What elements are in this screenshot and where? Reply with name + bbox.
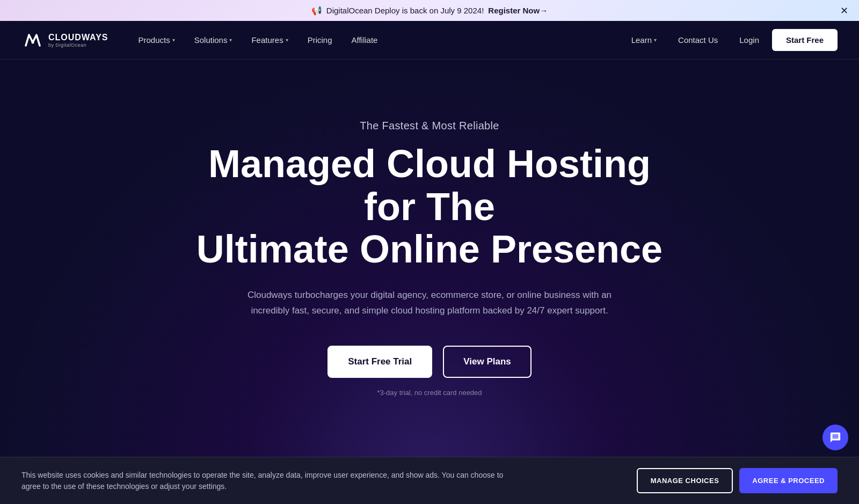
logo-text: CLOUDWAYS by DigitalOcean <box>48 33 108 48</box>
announcement-icon: 📢 <box>311 5 322 16</box>
svg-point-0 <box>32 41 34 43</box>
announcement-text: DigitalOcean Deploy is back on July 9 20… <box>326 6 484 15</box>
logo-icon <box>21 31 44 50</box>
nav-solutions[interactable]: Solutions ▾ <box>186 31 241 49</box>
hero-title-line2: Ultimate Online Presence <box>196 228 663 271</box>
solutions-label: Solutions <box>194 35 228 45</box>
hero-buttons: Start Free Trial View Plans <box>327 346 532 378</box>
announcement-cta[interactable]: Register Now→ <box>488 6 548 15</box>
hero-title: Managed Cloud Hosting for The Ultimate O… <box>188 143 671 271</box>
logo-name: CLOUDWAYS <box>48 33 108 42</box>
announcement-close-button[interactable]: ✕ <box>840 5 848 17</box>
features-chevron: ▾ <box>286 37 288 43</box>
announcement-bar: 📢 DigitalOcean Deploy is back on July 9 … <box>0 0 859 21</box>
products-chevron: ▾ <box>172 37 175 43</box>
pricing-label: Pricing <box>308 35 332 45</box>
nav-contact[interactable]: Contact Us <box>669 31 726 49</box>
logo[interactable]: CLOUDWAYS by DigitalOcean <box>21 31 108 50</box>
start-trial-button[interactable]: Start Free Trial <box>327 346 432 378</box>
nav-features[interactable]: Features ▾ <box>243 31 296 49</box>
solutions-chevron: ▾ <box>229 37 232 43</box>
cookie-buttons: MANAGE CHOICES AGREE & PROCEED <box>637 468 838 493</box>
start-free-button[interactable]: Start Free <box>772 29 838 51</box>
view-plans-button[interactable]: View Plans <box>443 346 532 378</box>
affiliate-label: Affiliate <box>352 35 378 45</box>
hero-title-line1: Managed Cloud Hosting for The <box>208 142 651 228</box>
nav-affiliate[interactable]: Affiliate <box>343 31 387 49</box>
cookie-text: This website uses cookies and similar te… <box>21 470 505 492</box>
learn-chevron: ▾ <box>654 37 657 43</box>
cookie-banner: This website uses cookies and similar te… <box>0 457 859 504</box>
chat-icon <box>829 432 841 443</box>
navbar: CLOUDWAYS by DigitalOcean Products ▾ Sol… <box>0 21 859 60</box>
hero-note: *3-day trial, no credit card needed <box>377 389 482 397</box>
agree-proceed-button[interactable]: AGREE & PROCEED <box>739 468 838 493</box>
nav-right: Learn ▾ Contact Us Login Start Free <box>623 29 838 51</box>
manage-choices-button[interactable]: MANAGE CHOICES <box>637 468 733 493</box>
nav-learn[interactable]: Learn ▾ <box>623 31 665 49</box>
hero-subtitle: The Fastest & Most Reliable <box>360 120 499 132</box>
nav-pricing[interactable]: Pricing <box>299 31 341 49</box>
learn-label: Learn <box>631 35 652 45</box>
products-label: Products <box>139 35 170 45</box>
features-label: Features <box>251 35 283 45</box>
nav-left: Products ▾ Solutions ▾ Features ▾ Pricin… <box>130 31 623 49</box>
hero-description: Cloudways turbocharges your digital agen… <box>247 288 612 319</box>
nav-login[interactable]: Login <box>731 31 768 49</box>
logo-sub: by DigitalOcean <box>48 42 108 48</box>
contact-label: Contact Us <box>678 35 718 45</box>
chat-bubble-button[interactable] <box>822 425 848 450</box>
hero-section: The Fastest & Most Reliable Managed Clou… <box>0 60 859 468</box>
nav-products[interactable]: Products ▾ <box>130 31 184 49</box>
